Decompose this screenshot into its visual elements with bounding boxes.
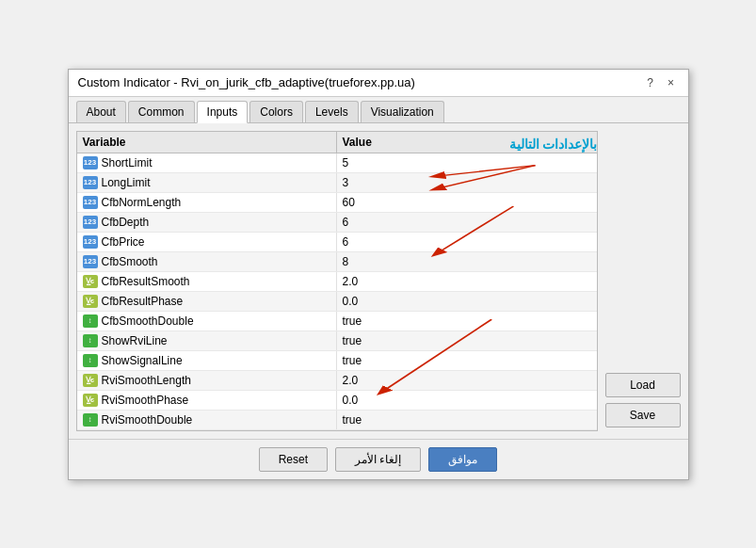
- value-cell[interactable]: 6: [337, 213, 597, 232]
- table-body: 123 ShortLimit 5 123 LongLimit 3 123 Cfb…: [77, 153, 597, 430]
- table-row[interactable]: 123 CfbPrice 6: [77, 233, 597, 252]
- save-button[interactable]: Save: [605, 403, 681, 427]
- variable-cell: 123 CfbSmooth: [77, 252, 337, 271]
- variable-cell: 123 CfbNormLength: [77, 193, 337, 212]
- table-row[interactable]: ↕ CfbSmoothDouble true: [77, 312, 597, 331]
- tab-common[interactable]: Common: [128, 101, 195, 122]
- type-icon: V̲є: [83, 374, 98, 387]
- load-button[interactable]: Load: [605, 373, 681, 397]
- type-icon: ↕: [83, 413, 98, 427]
- type-icon: V̲є: [83, 394, 98, 407]
- variable-table: Variable Value 123 ShortLimit 5 123 Long…: [76, 131, 598, 431]
- tab-levels[interactable]: Levels: [305, 101, 359, 122]
- variable-cell: 123 LongLimit: [77, 173, 337, 192]
- reset-button[interactable]: Reset: [259, 447, 328, 472]
- type-icon: V̲є: [83, 295, 98, 308]
- tab-inputs[interactable]: Inputs: [197, 101, 249, 123]
- variable-cell: 123 CfbPrice: [77, 233, 337, 251]
- value-cell[interactable]: 0.0: [337, 292, 597, 311]
- variable-name: ShortLimit: [102, 156, 153, 169]
- tab-visualization[interactable]: Visualization: [361, 101, 444, 122]
- table-row[interactable]: 123 CfbDepth 6: [77, 213, 597, 233]
- variable-name: RviSmoothLength: [102, 374, 191, 387]
- type-icon: ↕: [83, 354, 98, 367]
- type-icon: 123: [83, 196, 98, 209]
- variable-name: RviSmoothPhase: [102, 394, 189, 407]
- variable-name: LongLimit: [102, 176, 151, 189]
- type-icon: 123: [83, 156, 98, 169]
- tab-about[interactable]: About: [76, 101, 126, 122]
- table-row[interactable]: V̲є CfbResultSmooth 2.0: [77, 272, 597, 292]
- tab-colors[interactable]: Colors: [249, 101, 303, 122]
- table-row[interactable]: ↕ ShowRviLine true: [77, 331, 597, 351]
- variable-cell: 123 CfbDepth: [77, 213, 337, 232]
- table-row[interactable]: 123 ShortLimit 5: [77, 153, 597, 173]
- value-cell[interactable]: true: [337, 351, 597, 370]
- dialog: Custom Indicator - Rvi_on_jurik_cfb_adap…: [68, 69, 689, 480]
- ok-button[interactable]: موافق: [428, 447, 497, 472]
- window-title: Custom Indicator - Rvi_on_jurik_cfb_adap…: [78, 75, 415, 89]
- value-cell[interactable]: 3: [337, 173, 597, 192]
- table-row[interactable]: V̲є RviSmoothLength 2.0: [77, 371, 597, 391]
- variable-name: CfbResultPhase: [102, 295, 184, 308]
- type-icon: 123: [83, 216, 98, 229]
- variable-cell: V̲є RviSmoothLength: [77, 371, 337, 390]
- value-cell[interactable]: 5: [337, 153, 597, 172]
- variable-cell: ↕ ShowRviLine: [77, 331, 337, 350]
- type-icon: 123: [83, 235, 98, 249]
- col-variable: Variable: [77, 132, 337, 153]
- value-cell[interactable]: 2.0: [337, 371, 597, 390]
- variable-cell: ↕ CfbSmoothDouble: [77, 312, 337, 330]
- title-buttons: ? ×: [643, 75, 679, 90]
- col-value: Value: [337, 132, 597, 153]
- variable-name: CfbPrice: [102, 235, 145, 249]
- variable-name: CfbNormLength: [102, 196, 182, 209]
- value-cell[interactable]: true: [337, 331, 597, 350]
- variable-cell: V̲є RviSmoothPhase: [77, 391, 337, 410]
- bottom-bar: Reset إلغاء الأمر موافق: [69, 439, 688, 479]
- variable-name: ShowRviLine: [102, 334, 168, 347]
- table-row[interactable]: 123 CfbSmooth 8: [77, 252, 597, 272]
- table-row[interactable]: ↕ RviSmoothDouble true: [77, 411, 597, 430]
- table-row[interactable]: ↕ ShowSignalLine true: [77, 351, 597, 371]
- value-cell[interactable]: 6: [337, 233, 597, 251]
- value-cell[interactable]: true: [337, 411, 597, 429]
- value-cell[interactable]: 8: [337, 252, 597, 271]
- variable-name: CfbSmoothDouble: [102, 314, 194, 328]
- side-buttons: Load Save: [605, 131, 681, 431]
- variable-name: CfbDepth: [102, 216, 150, 229]
- table-row[interactable]: V̲є CfbResultPhase 0.0: [77, 292, 597, 312]
- table-row[interactable]: V̲є RviSmoothPhase 0.0: [77, 391, 597, 411]
- type-icon: ↕: [83, 334, 98, 347]
- variable-name: RviSmoothDouble: [102, 413, 193, 427]
- table-header: Variable Value: [77, 132, 597, 153]
- value-cell[interactable]: true: [337, 312, 597, 330]
- variable-name: CfbSmooth: [102, 255, 158, 268]
- type-icon: 123: [83, 176, 98, 189]
- variable-cell: ↕ ShowSignalLine: [77, 351, 337, 370]
- table-row[interactable]: 123 LongLimit 3: [77, 173, 597, 193]
- title-bar: Custom Indicator - Rvi_on_jurik_cfb_adap…: [69, 70, 688, 97]
- value-cell[interactable]: 0.0: [337, 391, 597, 410]
- table-row[interactable]: 123 CfbNormLength 60: [77, 193, 597, 213]
- close-button[interactable]: ×: [664, 75, 679, 90]
- type-icon: V̲є: [83, 275, 98, 288]
- cancel-button[interactable]: إلغاء الأمر: [335, 447, 421, 472]
- variable-cell: V̲є CfbResultPhase: [77, 292, 337, 311]
- variable-cell: 123 ShortLimit: [77, 153, 337, 172]
- value-cell[interactable]: 2.0: [337, 272, 597, 291]
- variable-name: ShowSignalLine: [102, 354, 183, 367]
- variable-cell: V̲є CfbResultSmooth: [77, 272, 337, 291]
- value-cell[interactable]: 60: [337, 193, 597, 212]
- content-area: بالإعدادات التالية Variable Value 123 Sh…: [69, 123, 688, 439]
- tab-bar: About Common Inputs Colors Levels Visual…: [69, 97, 688, 123]
- variable-name: CfbResultSmooth: [102, 275, 190, 288]
- type-icon: 123: [83, 255, 98, 268]
- help-button[interactable]: ?: [643, 75, 658, 90]
- variable-cell: ↕ RviSmoothDouble: [77, 411, 337, 429]
- type-icon: ↕: [83, 314, 98, 328]
